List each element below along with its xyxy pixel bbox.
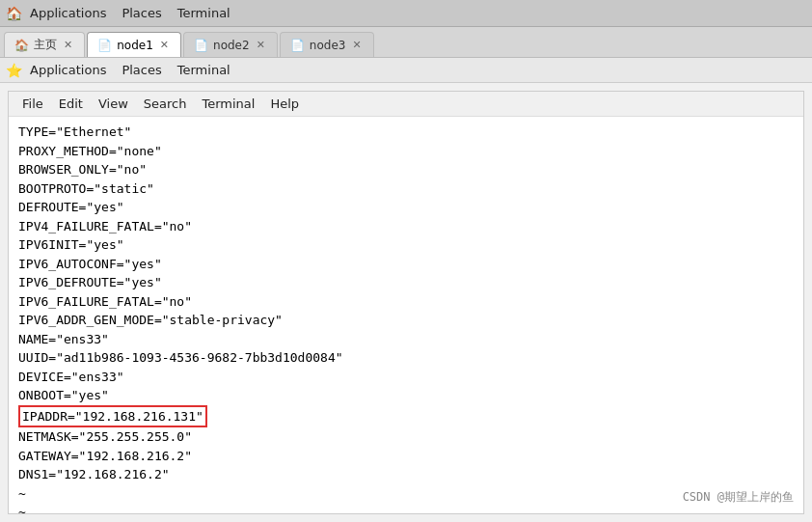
- tab-bar: 🏠 主页 ✕ 📄 node1 ✕ 📄 node2 ✕ 📄 node3 ✕: [0, 27, 812, 58]
- app-terminal[interactable]: Terminal: [170, 60, 238, 80]
- terminal-line: DNS1="192.168.216.2": [18, 467, 170, 481]
- terminal-line: IPV6_ADDR_GEN_MODE="stable-privacy": [18, 313, 283, 327]
- tilde-line: ~: [18, 505, 26, 513]
- tilde-line: ~: [18, 486, 26, 501]
- menu-edit[interactable]: Edit: [51, 94, 91, 114]
- terminal-line: DEFROUTE="yes": [18, 200, 124, 214]
- terminal-line: BROWSER_ONLY="no": [18, 162, 147, 177]
- terminal-menu-top[interactable]: Terminal: [170, 4, 238, 22]
- menu-help[interactable]: Help: [262, 94, 307, 114]
- terminal-line: IPV6_FAILURE_FATAL="no": [18, 294, 192, 309]
- terminal-window: File Edit View Search Terminal Help TYPE…: [8, 91, 804, 514]
- node1-tab-close[interactable]: ✕: [158, 38, 171, 52]
- terminal-line: BOOTPROTO="static": [18, 181, 154, 196]
- node2-tab-label: node2: [213, 39, 250, 52]
- tab-home[interactable]: 🏠 主页 ✕: [4, 32, 85, 57]
- applications-icon: ⭐: [6, 63, 22, 78]
- tab-node3[interactable]: 📄 node3 ✕: [280, 32, 374, 57]
- terminal-line: IPV4_FAILURE_FATAL="no": [18, 219, 192, 234]
- terminal-line: TYPE="Ethernet": [18, 124, 131, 139]
- node3-tab-icon: 📄: [290, 39, 305, 52]
- places-menu[interactable]: Places: [114, 4, 169, 22]
- tab-node1[interactable]: 📄 node1 ✕: [87, 32, 181, 57]
- terminal-line: UUID="ad11b986-1093-4536-9682-7bb3d10d00…: [18, 350, 343, 365]
- terminal-line: GATEWAY="192.168.216.2": [18, 449, 192, 463]
- terminal-line: IPV6INIT="yes": [18, 237, 124, 252]
- terminal-line: NAME="ens33": [18, 332, 109, 346]
- terminal-line: DEVICE="ens33": [18, 370, 124, 384]
- desktop-bar: 🏠 Applications Places Terminal: [0, 0, 812, 27]
- tab-node2[interactable]: 📄 node2 ✕: [183, 32, 278, 57]
- terminal-menubar: File Edit View Search Terminal Help: [9, 92, 803, 117]
- home-tab-close[interactable]: ✕: [62, 38, 74, 52]
- node2-tab-close[interactable]: ✕: [255, 38, 267, 52]
- home-icon: 🏠: [6, 6, 22, 21]
- node2-tab-icon: 📄: [194, 39, 208, 52]
- terminal-line: IPV6_DEFROUTE="yes": [18, 275, 162, 289]
- terminal-line: PROXY_METHOD="none": [18, 144, 162, 158]
- app-applications[interactable]: Applications: [22, 60, 114, 80]
- terminal-line: NETMASK="255.255.255.0": [18, 429, 192, 444]
- node3-tab-label: node3: [310, 39, 346, 52]
- applications-menu[interactable]: Applications: [22, 4, 114, 22]
- highlighted-line: IPADDR="192.168.216.131": [18, 405, 207, 428]
- node1-tab-icon: 📄: [97, 39, 112, 52]
- terminal-content[interactable]: TYPE="Ethernet" PROXY_METHOD="none" BROW…: [9, 117, 803, 513]
- node3-tab-close[interactable]: ✕: [350, 38, 363, 52]
- home-tab-icon: 🏠: [14, 39, 29, 52]
- node1-tab-label: node1: [117, 39, 153, 52]
- menu-search[interactable]: Search: [136, 94, 195, 114]
- app-menu-bar: ⭐ Applications Places Terminal: [0, 58, 812, 83]
- menu-view[interactable]: View: [91, 94, 136, 114]
- terminal-line: IPV6_AUTOCONF="yes": [18, 257, 162, 271]
- terminal-line: ONBOOT="yes": [18, 388, 109, 402]
- app-places[interactable]: Places: [114, 60, 169, 80]
- menu-file[interactable]: File: [14, 94, 51, 114]
- menu-terminal[interactable]: Terminal: [194, 94, 262, 114]
- home-tab-label: 主页: [34, 37, 57, 53]
